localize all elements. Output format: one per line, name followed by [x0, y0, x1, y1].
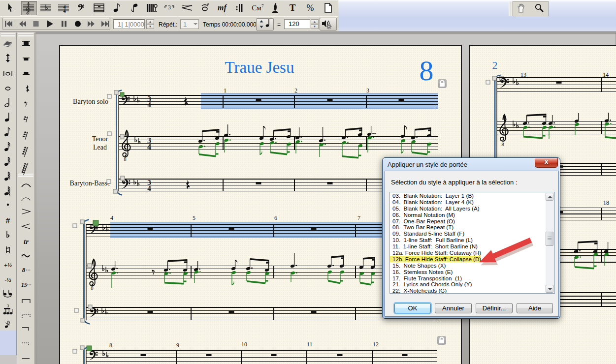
- svg-text:Baryton solo: Baryton solo: [73, 98, 108, 105]
- svg-text:Baryton-Basse: Baryton-Basse: [70, 180, 110, 187]
- svg-text:Traue Jesu: Traue Jesu: [225, 59, 294, 76]
- svg-text:4: 4: [147, 184, 151, 192]
- svg-text:8: 8: [420, 55, 434, 87]
- svg-text:2: 2: [492, 59, 498, 71]
- svg-text:10: 10: [241, 341, 247, 348]
- svg-text:18: 18: [603, 199, 609, 206]
- svg-text:15: 15: [21, 281, 27, 288]
- svg-text:11: 11: [307, 341, 313, 348]
- svg-text:4: 4: [147, 101, 151, 109]
- svg-text:7: 7: [357, 214, 360, 221]
- svg-text:8: 8: [501, 141, 504, 147]
- svg-text:#: #: [6, 216, 10, 225]
- svg-text:Tenor: Tenor: [92, 135, 108, 143]
- svg-text:8: 8: [124, 156, 127, 162]
- svg-text:4: 4: [147, 143, 151, 151]
- svg-text:1: 1: [224, 87, 227, 94]
- svg-text:5: 5: [193, 214, 195, 221]
- svg-text:8: 8: [109, 342, 112, 349]
- svg-text:9: 9: [176, 342, 179, 349]
- svg-text:3: 3: [366, 87, 369, 94]
- svg-text:2: 2: [294, 87, 297, 94]
- svg-text:12: 12: [373, 341, 379, 348]
- svg-text:8: 8: [91, 285, 94, 291]
- svg-text:3: 3: [6, 303, 9, 308]
- svg-text:6: 6: [274, 214, 277, 221]
- svg-text:tr: tr: [24, 238, 29, 245]
- svg-text:8: 8: [22, 266, 26, 273]
- svg-text:+½: +½: [4, 262, 12, 269]
- svg-text:4: 4: [110, 214, 113, 221]
- svg-text:13: 13: [520, 71, 526, 78]
- svg-text:-½: -½: [5, 276, 11, 283]
- svg-text:14: 14: [603, 71, 609, 78]
- svg-text:Lead: Lead: [93, 144, 107, 151]
